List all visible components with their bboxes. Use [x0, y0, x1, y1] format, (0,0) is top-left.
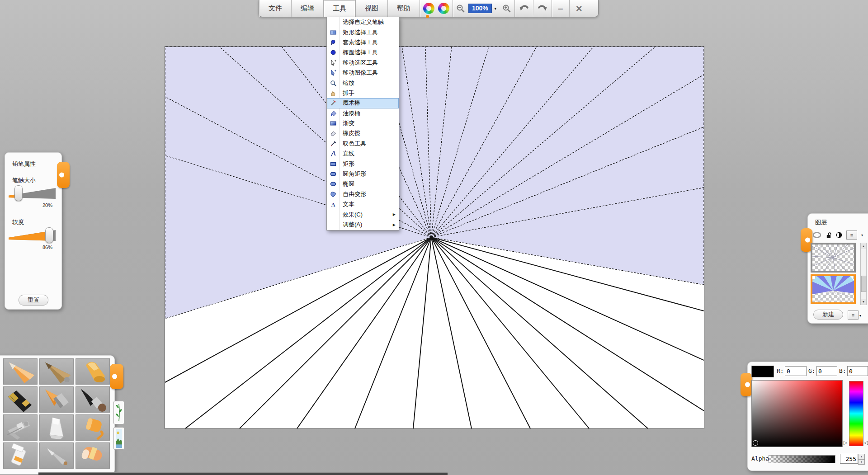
menu-item-label: 渐变 — [343, 119, 354, 127]
menu-item-label: 橡皮擦 — [343, 129, 360, 137]
alpha-input[interactable] — [840, 454, 858, 464]
brush-preset-eraser[interactable] — [75, 442, 110, 469]
brush-presets-panel — [0, 355, 115, 475]
brush-preset-pencil-sharp[interactable] — [3, 358, 38, 385]
menu-item-free-transform[interactable]: 自由变形 — [327, 189, 399, 199]
menu-item-move-image[interactable]: 移动图像工具 — [327, 68, 399, 78]
saturation-value-picker[interactable] — [751, 380, 843, 447]
menu-item-row-0[interactable]: 选择自定义笔触 — [327, 17, 399, 27]
undo-button[interactable] — [515, 0, 533, 17]
menu-item-row-19[interactable]: 效果(C)▶ — [327, 209, 399, 219]
scroll-up-button[interactable]: ▲ — [861, 243, 866, 249]
red-input[interactable] — [785, 366, 807, 376]
brush-size-slider[interactable] — [9, 185, 56, 201]
brush-preset-fountain-pen[interactable] — [3, 386, 38, 413]
menu-item-paint-bucket[interactable]: 油漆桶 — [327, 108, 399, 118]
menu-item-ellipse[interactable]: 椭圆 — [327, 179, 399, 189]
layer-thumbnail-selected[interactable] — [811, 274, 856, 304]
brush-preset-airbrush[interactable] — [3, 414, 38, 441]
minimize-button[interactable]: – — [552, 0, 569, 17]
blue-input[interactable] — [847, 366, 868, 376]
menu-item-move-selection[interactable]: 移动选区工具 — [327, 58, 399, 68]
zoom-out-button[interactable] — [453, 0, 468, 17]
logo-dot — [426, 15, 429, 18]
redo-button[interactable] — [533, 0, 552, 17]
spinner-up-button[interactable]: ▲ — [858, 454, 865, 459]
caret-down-icon[interactable]: ▾ — [859, 314, 861, 318]
panel-drag-tab[interactable] — [110, 364, 123, 389]
hue-marker-right-icon[interactable]: ◁ — [864, 440, 868, 446]
layer-thumbnail-top[interactable] — [811, 243, 856, 273]
brush-preset-liner[interactable] — [39, 442, 74, 469]
lock-icon[interactable] — [826, 232, 832, 239]
softness-slider[interactable] — [9, 227, 56, 243]
menu-edit[interactable]: 编辑 — [292, 0, 323, 17]
drawing-canvas[interactable] — [165, 46, 704, 429]
menu-item-label: 选择自定义笔触 — [343, 18, 384, 26]
layers-menu-button[interactable]: ≡ — [846, 230, 857, 240]
slider-handle[interactable] — [45, 227, 53, 243]
menu-item-ellipse-select[interactable]: 椭圆选择工具 — [327, 47, 399, 57]
menu-item-label: 自由变形 — [343, 190, 366, 198]
brush-set-plant-button[interactable] — [113, 401, 124, 424]
caret-down-icon[interactable]: ▾ — [861, 233, 863, 237]
zoom-dropdown-caret[interactable]: ▾ — [492, 0, 499, 17]
brush-preset-ink-brush[interactable] — [75, 386, 110, 413]
reset-button[interactable]: 重置 — [19, 295, 48, 306]
lasso-icon — [327, 39, 339, 46]
airbrush-image — [4, 415, 38, 441]
new-layer-button[interactable]: 新建 — [813, 310, 843, 320]
brush-preset-crayon[interactable] — [75, 358, 110, 385]
menu-file[interactable]: 文件 — [259, 0, 291, 17]
menu-item-rect-select[interactable]: 矩形选择工具 — [327, 27, 399, 37]
spinner-down-button[interactable]: ▼ — [858, 459, 865, 465]
zoom-value[interactable]: 100% — [468, 4, 492, 13]
menu-item-row-20[interactable]: 调整(A)▶ — [327, 220, 399, 230]
menu-help[interactable]: 帮助 — [388, 0, 420, 17]
hue-marker-left-icon[interactable]: ▷ — [844, 440, 847, 446]
menu-item-eyedropper[interactable]: 取色工具 — [327, 139, 399, 149]
menu-item-gradient[interactable]: 渐变 — [327, 118, 399, 128]
rectangle-icon — [327, 161, 339, 167]
brush-preset-flat-brush[interactable] — [39, 386, 74, 413]
layers-scrollbar[interactable]: ▲ ▼ — [860, 243, 867, 305]
scroll-down-button[interactable]: ▼ — [861, 299, 866, 305]
panel-title: 图层 — [815, 218, 827, 226]
brush-preset-paint-wedge[interactable] — [39, 414, 74, 441]
menu-item-zoom[interactable]: 缩放 — [327, 78, 399, 88]
brush-set-image-button[interactable] — [113, 427, 124, 450]
layers-options-button[interactable]: ≡ — [848, 310, 859, 320]
panel-drag-tab[interactable] — [57, 162, 70, 188]
close-button[interactable]: × — [570, 0, 589, 17]
hue-slider[interactable] — [849, 381, 863, 446]
brush-preset-pencil-wood[interactable] — [39, 358, 74, 385]
alpha-marker-icon[interactable]: ▲ — [831, 459, 835, 463]
menu-item-line[interactable]: 直线 — [327, 149, 399, 159]
menu-item-label: 缩放 — [343, 79, 354, 87]
zoom-level[interactable]: 100% — [468, 0, 492, 17]
panel-drag-tab[interactable] — [741, 373, 752, 396]
softness-value: 86% — [42, 245, 52, 250]
hamburger-icon: ≡ — [850, 232, 853, 238]
slider-handle[interactable] — [14, 185, 23, 201]
menu-item-rectangle[interactable]: 矩形 — [327, 159, 399, 169]
menu-item-hand[interactable]: 抓手 — [327, 88, 399, 98]
menu-view[interactable]: 视图 — [356, 0, 387, 17]
gradient-icon — [327, 120, 339, 127]
menu-tools[interactable]: 工具 — [324, 0, 355, 17]
menu-item-eraser[interactable]: 橡皮擦 — [327, 128, 399, 138]
brush-preset-shaker[interactable] — [3, 442, 38, 469]
menu-item-magic-wand[interactable]: 魔术棒 — [327, 98, 399, 108]
green-input[interactable] — [816, 366, 837, 376]
menu-item-lasso[interactable]: 套索选择工具 — [327, 38, 399, 47]
zoom-in-icon — [502, 4, 511, 13]
zoom-in-button[interactable] — [499, 0, 514, 17]
scrollbar-thumb[interactable] — [861, 276, 867, 292]
menu-item-text[interactable]: A文本 — [327, 199, 399, 209]
visibility-icon[interactable] — [812, 232, 821, 238]
brush-preset-paint-roller[interactable] — [75, 414, 110, 441]
menu-item-rounded-rectangle[interactable]: 圆角矩形 — [327, 169, 399, 179]
blend-icon[interactable] — [836, 232, 842, 238]
alpha-slider[interactable] — [769, 455, 835, 463]
current-color-swatch[interactable] — [751, 366, 774, 377]
